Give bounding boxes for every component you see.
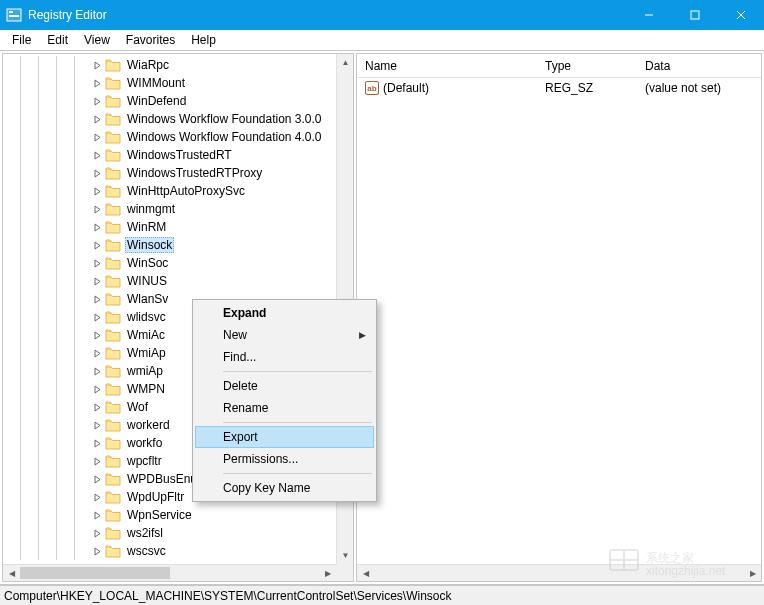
menu-help[interactable]: Help: [183, 31, 224, 49]
expand-toggle[interactable]: [91, 169, 103, 178]
expand-toggle[interactable]: [91, 493, 103, 502]
expand-toggle[interactable]: [91, 187, 103, 196]
scroll-left-button[interactable]: ◀: [3, 565, 20, 582]
expand-toggle[interactable]: [91, 421, 103, 430]
minimize-button[interactable]: [626, 0, 672, 30]
expand-toggle[interactable]: [91, 403, 103, 412]
expand-toggle[interactable]: [91, 223, 103, 232]
context-menu-item[interactable]: New▶: [195, 324, 374, 346]
tree-node[interactable]: WpnService: [3, 506, 353, 524]
tree-horizontal-scrollbar[interactable]: ◀ ▶: [3, 564, 336, 581]
context-menu-item[interactable]: Export: [195, 426, 374, 448]
tree-node[interactable]: WinRM: [3, 218, 353, 236]
scroll-track[interactable]: [20, 565, 319, 581]
tree-node[interactable]: ws2ifsl: [3, 524, 353, 542]
tree-indent: [3, 146, 91, 164]
folder-icon: [105, 184, 121, 198]
window-controls: [626, 0, 764, 30]
expand-toggle[interactable]: [91, 547, 103, 556]
expand-toggle[interactable]: [91, 349, 103, 358]
expand-toggle[interactable]: [91, 259, 103, 268]
tree-node[interactable]: Windows Workflow Foundation 4.0.0: [3, 128, 353, 146]
scroll-left-button[interactable]: ◀: [357, 565, 374, 582]
column-name[interactable]: Name: [357, 55, 537, 77]
tree-node[interactable]: WindowsTrustedRTProxy: [3, 164, 353, 182]
scroll-right-button[interactable]: ▶: [744, 565, 761, 582]
list-row[interactable]: ab (Default) REG_SZ (value not set): [357, 78, 761, 98]
tree-node[interactable]: WindowsTrustedRT: [3, 146, 353, 164]
tree-node[interactable]: WinDefend: [3, 92, 353, 110]
column-data[interactable]: Data: [637, 55, 761, 77]
scroll-track[interactable]: [374, 565, 744, 581]
folder-icon: [105, 166, 121, 180]
workspace: WiaRpcWIMMountWinDefendWindows Workflow …: [0, 50, 764, 585]
expand-toggle[interactable]: [91, 115, 103, 124]
context-menu-item[interactable]: Rename: [195, 397, 374, 419]
scroll-thumb[interactable]: [20, 567, 170, 579]
expand-toggle[interactable]: [91, 439, 103, 448]
tree-node-label: WinDefend: [125, 94, 188, 108]
menu-view[interactable]: View: [76, 31, 118, 49]
expand-toggle[interactable]: [91, 61, 103, 70]
expand-toggle[interactable]: [91, 385, 103, 394]
tree-node-label: winmgmt: [125, 202, 177, 216]
expand-toggle[interactable]: [91, 475, 103, 484]
expand-toggle[interactable]: [91, 79, 103, 88]
tree-node[interactable]: WinHttpAutoProxySvc: [3, 182, 353, 200]
tree-node[interactable]: winmgmt: [3, 200, 353, 218]
expand-toggle[interactable]: [91, 277, 103, 286]
expand-toggle[interactable]: [91, 97, 103, 106]
tree-indent: [3, 506, 91, 524]
list-body[interactable]: ab (Default) REG_SZ (value not set): [357, 78, 761, 564]
tree-node[interactable]: WinSoc: [3, 254, 353, 272]
expand-toggle[interactable]: [91, 205, 103, 214]
folder-icon: [105, 508, 121, 522]
expand-toggle[interactable]: [91, 133, 103, 142]
expand-toggle[interactable]: [91, 529, 103, 538]
folder-icon: [105, 112, 121, 126]
regedit-icon: [6, 7, 22, 23]
tree-node[interactable]: wscsvc: [3, 542, 353, 560]
tree-node[interactable]: WINUS: [3, 272, 353, 290]
expand-toggle[interactable]: [91, 331, 103, 340]
tree-node-label: workfo: [125, 436, 164, 450]
scroll-down-button[interactable]: ▼: [337, 547, 354, 564]
context-menu-item[interactable]: Permissions...: [195, 448, 374, 470]
tree-node[interactable]: Winsock: [3, 236, 353, 254]
context-menu-item[interactable]: Delete: [195, 375, 374, 397]
value-name-cell[interactable]: ab (Default): [357, 79, 537, 97]
scroll-right-button[interactable]: ▶: [319, 565, 336, 582]
expand-toggle[interactable]: [91, 151, 103, 160]
context-menu-separator: [223, 473, 372, 474]
context-menu-item[interactable]: Expand: [195, 302, 374, 324]
scroll-up-button[interactable]: ▲: [337, 54, 354, 71]
column-type[interactable]: Type: [537, 55, 637, 77]
context-menu-item[interactable]: Copy Key Name: [195, 477, 374, 499]
maximize-button[interactable]: [672, 0, 718, 30]
tree-indent: [3, 182, 91, 200]
close-button[interactable]: [718, 0, 764, 30]
folder-icon: [105, 76, 121, 90]
expand-toggle[interactable]: [91, 295, 103, 304]
tree-node-label: WMPN: [125, 382, 167, 396]
expand-toggle[interactable]: [91, 241, 103, 250]
expand-toggle[interactable]: [91, 457, 103, 466]
expand-toggle[interactable]: [91, 511, 103, 520]
menu-file[interactable]: File: [4, 31, 39, 49]
tree-indent: [3, 164, 91, 182]
expand-toggle[interactable]: [91, 313, 103, 322]
folder-icon: [105, 130, 121, 144]
tree-node[interactable]: WiaRpc: [3, 56, 353, 74]
menu-favorites[interactable]: Favorites: [118, 31, 183, 49]
folder-icon: [105, 526, 121, 540]
tree-node-label: WpnService: [125, 508, 194, 522]
menu-edit[interactable]: Edit: [39, 31, 76, 49]
window-title: Registry Editor: [28, 8, 626, 22]
tree-node-label: Windows Workflow Foundation 3.0.0: [125, 112, 324, 126]
tree-node[interactable]: WIMMount: [3, 74, 353, 92]
tree-node[interactable]: Windows Workflow Foundation 3.0.0: [3, 110, 353, 128]
expand-toggle[interactable]: [91, 367, 103, 376]
context-menu-item[interactable]: Find...: [195, 346, 374, 368]
folder-icon: [105, 292, 121, 306]
list-horizontal-scrollbar[interactable]: ◀ ▶: [357, 564, 761, 581]
